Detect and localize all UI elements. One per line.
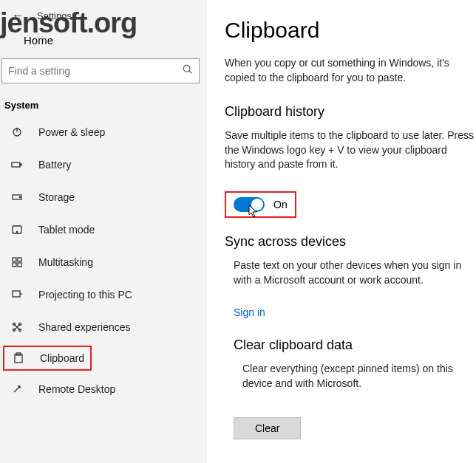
- clear-desc: Clear everything (except pinned items) o…: [242, 362, 476, 391]
- sidebar-item-label: Multitasking: [38, 256, 93, 268]
- sidebar-item-label: Battery: [38, 159, 71, 171]
- multitasking-icon: [10, 255, 24, 269]
- projecting-icon: [10, 288, 24, 301]
- clear-button[interactable]: Clear: [234, 417, 301, 439]
- page-intro: When you copy or cut something in Window…: [225, 56, 476, 85]
- svg-point-17: [13, 329, 16, 332]
- search-input[interactable]: [2, 59, 199, 83]
- battery-icon: [10, 158, 24, 171]
- sidebar-item-remote-desktop[interactable]: Remote Desktop: [0, 375, 207, 403]
- sidebar-item-shared-experiences[interactable]: Shared experiences: [0, 313, 207, 341]
- sidebar-item-multitasking[interactable]: Multitasking: [0, 248, 207, 276]
- search-box[interactable]: [1, 58, 200, 83]
- svg-rect-5: [20, 164, 21, 165]
- sidebar: ← Settings Home System Power & sleep Bat…: [0, 0, 207, 463]
- sidebar-item-label: Shared experiences: [38, 321, 131, 333]
- sync-heading: Sync across devices: [225, 234, 476, 250]
- svg-line-1: [189, 71, 192, 74]
- home-label: Home: [24, 34, 53, 47]
- history-desc: Save multiple items to the clipboard to …: [225, 128, 476, 172]
- history-toggle[interactable]: [234, 197, 265, 212]
- sidebar-item-label: Storage: [38, 191, 75, 203]
- back-icon[interactable]: ←: [12, 9, 24, 22]
- sync-desc: Paste text on your other devices when yo…: [234, 258, 476, 287]
- svg-point-7: [19, 196, 20, 197]
- cursor-icon: [248, 205, 259, 218]
- history-heading: Clipboard history: [225, 104, 476, 120]
- sidebar-item-power-sleep[interactable]: Power & sleep: [0, 118, 207, 146]
- sidebar-item-projecting[interactable]: Projecting to this PC: [0, 281, 207, 309]
- sidebar-item-label: Power & sleep: [38, 126, 105, 138]
- sidebar-item-label: Projecting to this PC: [38, 289, 132, 301]
- sidebar-item-label: Tablet mode: [38, 224, 95, 236]
- power-icon: [10, 126, 24, 139]
- svg-rect-13: [18, 263, 21, 267]
- clear-heading: Clear clipboard data: [225, 337, 476, 353]
- shared-icon: [10, 320, 24, 334]
- tablet-icon: [10, 223, 24, 236]
- svg-rect-11: [18, 258, 21, 261]
- search-icon: [183, 64, 193, 78]
- history-toggle-highlight: On: [225, 191, 296, 218]
- sidebar-item-clipboard[interactable]: Clipboard: [3, 346, 92, 371]
- page-title: Clipboard: [225, 18, 476, 43]
- svg-point-16: [19, 323, 21, 326]
- storage-icon: [10, 191, 24, 204]
- main-content: Clipboard When you copy or cut something…: [207, 0, 476, 463]
- toggle-state-label: On: [273, 199, 288, 210]
- clipboard-icon: [12, 351, 25, 365]
- svg-rect-10: [13, 258, 16, 261]
- sidebar-item-label: Remote Desktop: [38, 383, 115, 395]
- sidebar-item-battery[interactable]: Battery: [0, 151, 207, 179]
- sidebar-item-storage[interactable]: Storage: [0, 183, 207, 211]
- sidebar-item-label: Clipboard: [40, 352, 84, 364]
- window-title: Settings: [37, 10, 72, 21]
- svg-rect-12: [13, 263, 16, 267]
- svg-rect-4: [12, 162, 20, 167]
- svg-point-15: [13, 323, 16, 326]
- sidebar-item-tablet-mode[interactable]: Tablet mode: [0, 216, 207, 244]
- remote-desktop-icon: [10, 383, 24, 396]
- svg-point-9: [16, 231, 17, 232]
- svg-rect-14: [13, 291, 20, 297]
- home-nav[interactable]: Home: [0, 28, 207, 58]
- sign-in-link[interactable]: Sign in: [234, 306, 476, 318]
- category-title: System: [0, 97, 207, 118]
